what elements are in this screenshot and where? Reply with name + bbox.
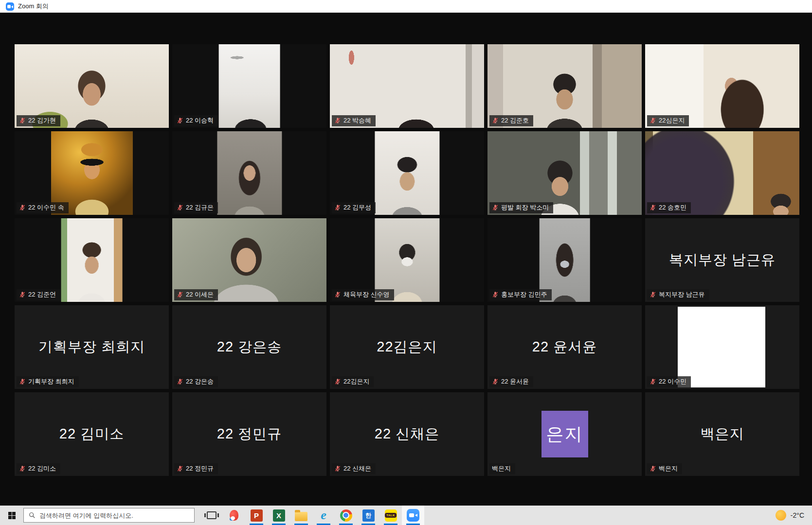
mic-muted-icon <box>177 291 183 298</box>
participant-tile[interactable]: 평발 회장 박소미 <box>487 131 642 215</box>
participant-tile[interactable]: 22 박승혜 <box>330 44 484 128</box>
kakaotalk-bubble-text: TALK <box>385 513 397 518</box>
participant-name-text: 22 이수민 <box>659 377 686 386</box>
participant-name-label: 기획부장 최희지 <box>17 376 79 387</box>
participant-name-label: 22 신채은 <box>332 463 376 474</box>
participant-name-label: 22 윤서윤 <box>489 376 533 387</box>
mic-muted-icon <box>492 291 499 298</box>
mic-muted-icon <box>177 378 183 385</box>
participant-name-label: 백은지 <box>489 463 515 474</box>
participant-tile[interactable]: 22 김준언 <box>15 218 169 302</box>
taskbar-app-powerpoint[interactable]: P <box>245 506 268 525</box>
participant-name-text: 22 이수민 속 <box>28 203 64 212</box>
participant-name-text: 22심은지 <box>659 116 685 125</box>
internet-explorer-icon: e <box>321 509 326 522</box>
participant-tile[interactable]: 홍보부장 김민주 <box>487 218 642 302</box>
participant-tile[interactable]: 22 김무성 <box>330 131 484 215</box>
participant-tile[interactable]: 22 윤서윤 22 윤서윤 <box>487 305 642 389</box>
participant-tile[interactable]: 은지 백은지 <box>487 392 642 476</box>
participant-tile[interactable]: 22심은지 <box>645 44 799 128</box>
participant-video <box>217 131 282 215</box>
participant-grid: 22 김가현 22 이승혁 22 박승혜 22 김준호 <box>15 44 799 476</box>
start-button[interactable] <box>0 506 23 525</box>
task-view-button[interactable] <box>200 506 223 525</box>
window-titlebar[interactable]: Zoom 회의 <box>0 0 812 13</box>
participant-name-text: 22 김규은 <box>186 203 214 212</box>
participant-name-label: 22심은지 <box>647 115 689 126</box>
window-title: Zoom 회의 <box>18 2 49 11</box>
taskbar-app-chrome[interactable] <box>335 506 357 525</box>
taskbar-app-file-explorer[interactable] <box>290 506 312 525</box>
participant-name-text: 평발 회장 박소미 <box>501 203 549 212</box>
participant-tile[interactable]: 22 이수민 <box>645 305 799 389</box>
participant-name-text: 22 강은송 <box>186 377 214 386</box>
mic-muted-icon <box>177 117 183 124</box>
mic-muted-icon <box>650 465 656 472</box>
participant-name-text: 22 이세은 <box>186 290 214 299</box>
mic-muted-icon <box>177 204 183 211</box>
mic-muted-icon <box>19 117 26 124</box>
taskbar: P X e 한 TALK -2°C <box>0 506 812 525</box>
participant-name-label: 22 박승혜 <box>332 115 376 126</box>
participant-tile[interactable]: 22 이승혁 <box>172 44 326 128</box>
participant-video <box>218 44 280 128</box>
participant-tile[interactable]: 22 강은송 22 강은송 <box>172 305 326 389</box>
participant-tile[interactable]: 22 이세은 <box>172 218 326 302</box>
participant-tile[interactable]: 체육부장 신수영 <box>330 218 484 302</box>
taskbar-app-hwp[interactable]: 한 <box>357 506 379 525</box>
mic-muted-icon <box>19 378 26 385</box>
kakaotalk-icon: TALK <box>385 509 397 522</box>
participant-name-text: 22 송호민 <box>659 203 686 212</box>
participant-name-text: 22 김준언 <box>28 290 56 299</box>
participant-name-label: 백은지 <box>647 463 682 474</box>
participant-tile[interactable]: 22김은지 22김은지 <box>330 305 484 389</box>
taskbar-app-internet-explorer[interactable]: e <box>312 506 335 525</box>
meeting-stage: 22 김가현 22 이승혁 22 박승혜 22 김준호 <box>0 13 812 506</box>
participant-video <box>61 218 123 302</box>
file-explorer-icon <box>295 512 307 521</box>
taskbar-app-kakaotalk[interactable]: TALK <box>379 506 402 525</box>
participant-name-label: 22 송호민 <box>647 202 691 213</box>
mic-muted-icon <box>492 378 499 385</box>
mic-muted-icon <box>650 117 656 124</box>
participant-name-text: 복지부장 남근유 <box>659 290 705 299</box>
participant-tile[interactable]: 22 이수민 속 <box>15 131 169 215</box>
taskbar-search-input[interactable] <box>39 512 189 519</box>
task-view-icon <box>207 511 217 519</box>
participant-name-text: 22 김미소 <box>28 464 56 473</box>
participant-tile[interactable]: 22 정민규 22 정민규 <box>172 392 326 476</box>
participant-tile[interactable]: 복지부장 남근유 복지부장 남근유 <box>645 218 799 302</box>
participant-tile[interactable]: 22 김준호 <box>487 44 642 128</box>
participant-name-label: 평발 회장 박소미 <box>489 202 553 213</box>
participant-video <box>375 131 439 215</box>
participant-tile[interactable]: 22 김규은 <box>172 131 326 215</box>
taskbar-app-alsee[interactable] <box>223 506 245 525</box>
participant-tile[interactable]: 22 송호민 <box>645 131 799 215</box>
participant-name-label: 22 김가현 <box>17 115 60 126</box>
participant-name-text: 22김은지 <box>343 377 369 386</box>
participant-name-text: 22 정민규 <box>186 464 214 473</box>
taskbar-search[interactable] <box>23 508 195 523</box>
powerpoint-icon: P <box>251 509 263 522</box>
participant-name-label: 22 김규은 <box>174 202 218 213</box>
taskbar-app-zoom[interactable] <box>402 506 424 525</box>
sun-icon <box>776 510 786 521</box>
participant-name-text: 백은지 <box>659 464 678 473</box>
participant-name-text: 홍보부장 김민주 <box>501 290 547 299</box>
participant-tile[interactable]: 22 김미소 22 김미소 <box>15 392 169 476</box>
participant-name-text: 22 윤서윤 <box>501 377 529 386</box>
taskbar-app-excel[interactable]: X <box>268 506 290 525</box>
participant-tile[interactable]: 백은지 백은지 <box>645 392 799 476</box>
participant-name-label: 22 정민규 <box>174 463 218 474</box>
mic-muted-icon <box>334 378 341 385</box>
weather-widget[interactable]: -2°C <box>776 506 812 525</box>
participant-name-text: 22 이승혁 <box>186 116 214 125</box>
participant-name-label: 22 이승혁 <box>174 115 218 126</box>
windows-logo-icon <box>8 512 16 519</box>
zoom-taskbar-icon <box>407 509 419 522</box>
temperature-text: -2°C <box>791 511 804 519</box>
mic-muted-icon <box>492 117 499 124</box>
participant-tile[interactable]: 22 신채은 22 신채은 <box>330 392 484 476</box>
participant-tile[interactable]: 22 김가현 <box>15 44 169 128</box>
participant-tile[interactable]: 기획부장 최희지 기획부장 최희지 <box>15 305 169 389</box>
